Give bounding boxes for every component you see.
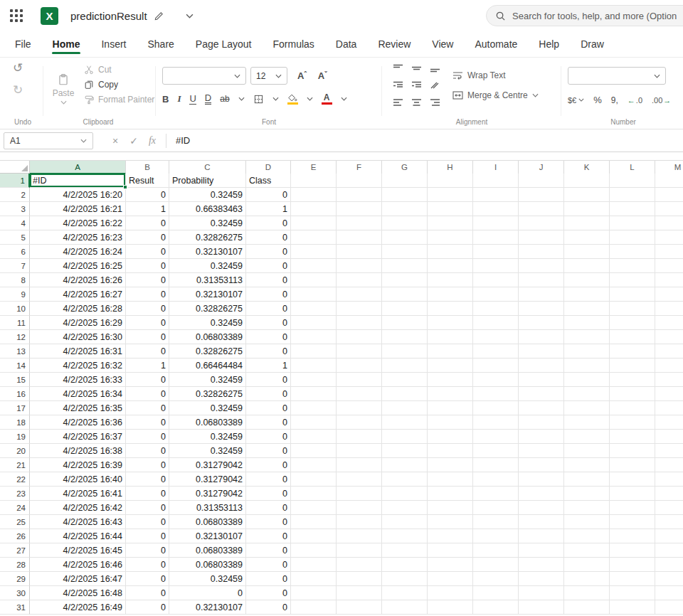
row-header-18[interactable]: 18 <box>0 415 30 430</box>
cell-I13[interactable] <box>473 344 519 359</box>
cell-F8[interactable] <box>337 273 382 287</box>
cell-M21[interactable] <box>655 458 683 472</box>
cell-J21[interactable] <box>519 458 564 472</box>
cell-F19[interactable] <box>337 430 382 444</box>
cell-D10[interactable]: 0 <box>246 302 291 316</box>
cell-H14[interactable] <box>428 359 473 373</box>
menu-tab-automate[interactable]: Automate <box>474 32 518 56</box>
cell-H5[interactable] <box>428 230 473 245</box>
cell-L2[interactable] <box>610 188 655 202</box>
insert-function-button[interactable]: fx <box>143 135 162 147</box>
cell-M29[interactable] <box>655 572 683 586</box>
text-orientation-icon[interactable] <box>425 81 444 90</box>
column-header-d[interactable]: D <box>246 161 291 174</box>
cell-A10[interactable]: 4/2/2025 16:28 <box>30 302 126 316</box>
cell-B14[interactable]: 1 <box>126 359 169 373</box>
cell-H9[interactable] <box>428 287 473 302</box>
cell-L22[interactable] <box>610 472 655 487</box>
cell-A12[interactable]: 4/2/2025 16:30 <box>30 330 126 344</box>
cell-A6[interactable]: 4/2/2025 16:24 <box>30 245 126 259</box>
cell-M28[interactable] <box>655 558 683 572</box>
decrease-decimal-button[interactable]: .00 → <box>652 96 671 105</box>
cell-G4[interactable] <box>382 216 428 230</box>
cell-B28[interactable]: 0 <box>126 558 169 572</box>
cell-B9[interactable]: 0 <box>126 287 169 302</box>
cell-L26[interactable] <box>610 529 655 543</box>
cell-L21[interactable] <box>610 458 655 472</box>
cell-E14[interactable] <box>291 359 337 373</box>
copy-button[interactable]: Copy <box>84 80 154 90</box>
increase-font-size-button[interactable]: Aˆ <box>297 70 307 81</box>
cell-I22[interactable] <box>473 472 519 487</box>
cell-B18[interactable]: 0 <box>126 415 169 430</box>
cell-C23[interactable]: 0.31279042 <box>169 487 246 501</box>
format-painter-button[interactable]: Format Painter <box>84 95 154 105</box>
cell-I8[interactable] <box>473 273 519 287</box>
cell-D22[interactable]: 0 <box>246 472 291 487</box>
cell-I25[interactable] <box>473 515 519 529</box>
cell-H1[interactable] <box>428 174 473 188</box>
cell-H19[interactable] <box>428 430 473 444</box>
cell-H4[interactable] <box>428 216 473 230</box>
cell-K10[interactable] <box>564 302 610 316</box>
decrease-font-size-button[interactable]: Aˇ <box>318 70 327 81</box>
cell-M15[interactable] <box>655 373 683 387</box>
cell-M11[interactable] <box>655 316 683 330</box>
cell-K6[interactable] <box>564 245 610 259</box>
cell-L18[interactable] <box>610 415 655 430</box>
cell-F4[interactable] <box>337 216 382 230</box>
cell-M19[interactable] <box>655 430 683 444</box>
cell-K31[interactable] <box>564 600 610 615</box>
cell-D23[interactable]: 0 <box>246 487 291 501</box>
cell-B23[interactable]: 0 <box>126 487 169 501</box>
cell-E28[interactable] <box>291 558 337 572</box>
cell-D7[interactable]: 0 <box>246 259 291 273</box>
cell-L8[interactable] <box>610 273 655 287</box>
cell-F13[interactable] <box>337 344 382 359</box>
cell-M14[interactable] <box>655 359 683 373</box>
cell-G30[interactable] <box>382 586 428 600</box>
row-header-11[interactable]: 11 <box>0 316 30 330</box>
cell-F26[interactable] <box>337 529 382 543</box>
cell-D12[interactable]: 0 <box>246 330 291 344</box>
cell-D30[interactable]: 0 <box>246 586 291 600</box>
align-center-icon[interactable] <box>407 98 425 107</box>
cell-K14[interactable] <box>564 359 610 373</box>
row-header-4[interactable]: 4 <box>0 216 30 230</box>
menu-tab-share[interactable]: Share <box>147 32 174 56</box>
cell-H18[interactable] <box>428 415 473 430</box>
cell-F17[interactable] <box>337 401 382 415</box>
cell-A7[interactable]: 4/2/2025 16:25 <box>30 259 126 273</box>
menu-tab-home[interactable]: Home <box>52 32 81 56</box>
cell-D6[interactable]: 0 <box>246 245 291 259</box>
paste-button[interactable]: Paste <box>47 63 80 115</box>
cell-E9[interactable] <box>291 287 337 302</box>
cell-D16[interactable]: 0 <box>246 387 291 401</box>
cell-J24[interactable] <box>519 501 564 515</box>
column-header-a[interactable]: A <box>30 161 126 174</box>
cell-L16[interactable] <box>610 387 655 401</box>
cell-D4[interactable]: 0 <box>246 216 291 230</box>
cell-A24[interactable]: 4/2/2025 16:42 <box>30 501 126 515</box>
cell-A21[interactable]: 4/2/2025 16:39 <box>30 458 126 472</box>
cell-C26[interactable]: 0.32130107 <box>169 529 246 543</box>
cell-H17[interactable] <box>428 401 473 415</box>
cell-J30[interactable] <box>519 586 564 600</box>
cell-B20[interactable]: 0 <box>126 444 169 458</box>
cell-I31[interactable] <box>473 600 519 615</box>
cell-L12[interactable] <box>610 330 655 344</box>
name-box[interactable]: A1 <box>4 132 93 149</box>
cell-D28[interactable]: 0 <box>246 558 291 572</box>
cell-I3[interactable] <box>473 202 519 216</box>
cell-F28[interactable] <box>337 558 382 572</box>
cell-K19[interactable] <box>564 430 610 444</box>
cell-C1[interactable]: Probability <box>169 174 246 188</box>
borders-button[interactable] <box>253 94 264 105</box>
cell-A17[interactable]: 4/2/2025 16:35 <box>30 401 126 415</box>
cell-K21[interactable] <box>564 458 610 472</box>
row-header-17[interactable]: 17 <box>0 401 30 415</box>
cell-J13[interactable] <box>519 344 564 359</box>
enter-button[interactable]: ✓ <box>125 135 143 147</box>
column-header-b[interactable]: B <box>126 161 169 174</box>
cell-K8[interactable] <box>564 273 610 287</box>
